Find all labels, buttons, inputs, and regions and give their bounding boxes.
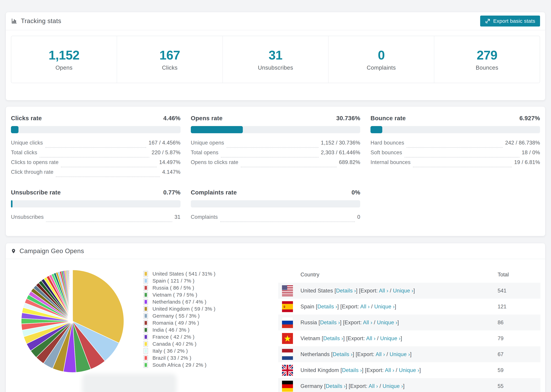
stat-value-unsubscribes: 31 (269, 48, 282, 63)
stat-label-clicks: Clicks (162, 64, 178, 71)
rate-header-bounce-rate: Bounce rate6.927% (370, 115, 540, 122)
rate-header-clicks-rate: Clicks rate4.46% (11, 115, 181, 122)
dotted-leader (220, 222, 355, 222)
details-link-vietnam[interactable]: Details › (323, 335, 343, 341)
stat-label-complaints: Complaints (367, 64, 396, 71)
geo-row-total-spain: 121 (498, 304, 540, 310)
export-all-link-vietnam[interactable]: All › (366, 335, 376, 341)
export-icon (485, 18, 490, 24)
legend-item-united-states: United States ( 541 / 31% ) (144, 270, 215, 277)
geo-row-label-spain: Spain [Details ›] [Export: All › / Uniqu… (300, 304, 498, 310)
bar-chart-icon (11, 18, 17, 24)
country-name-netherlands: Netherlands (300, 351, 331, 357)
rate-value-clicks-rate: 4.46% (163, 115, 181, 122)
stat-label-unsubscribes: Unsubscribes (258, 64, 293, 71)
dotted-leader (45, 147, 146, 148)
stat-label-opens: Opens (56, 64, 72, 71)
rate-row-hard-bounces: Hard bounces242 / 86.738% (370, 140, 540, 149)
export-unique-link-russia[interactable]: Unique › (377, 320, 397, 325)
rate-row-opens-to-clicks-rate: Opens to clicks rate689.82% (191, 159, 360, 169)
rate-rows-complaints-rate: Complaints0 (191, 214, 360, 224)
rate-header-unsubscribe-rate: Unsubscribe rate0.77% (11, 189, 181, 196)
details-link-netherlands[interactable]: Details › (333, 351, 353, 357)
export-all-link-netherlands[interactable]: All › (376, 351, 385, 357)
export-unique-link-united-states[interactable]: Unique › (393, 288, 413, 294)
rate-row-click-through-rate: Click through rate4.147% (11, 169, 181, 179)
geo-table-header-country: Country (300, 272, 498, 278)
rate-progressbar-complaints-rate (191, 200, 360, 207)
export-button-label: Export basic stats (493, 18, 535, 24)
rate-block-bounce-rate: Bounce rate6.927%Hard bounces242 / 86.73… (370, 115, 540, 179)
legend-swatch-canada (144, 341, 148, 347)
geo-table-row-united-kingdom: United Kingdom [Details ›] [Export: All … (278, 362, 540, 378)
rate-row-value-hard-bounces: 242 / 86.738% (505, 140, 540, 146)
stat-value-bounces: 279 (477, 48, 497, 63)
rate-row-unique-clicks: Unique clicks167 / 4.456% (11, 140, 181, 149)
legend-label-south-africa: South Africa ( 29 / 2% ) (152, 362, 206, 368)
stats-summary-row: 1,152Opens167Clicks31Unsubscribes0Compla… (11, 36, 540, 83)
rate-row-clicks-to-opens-rate: Clicks to opens rate14.497% (11, 159, 181, 169)
legend-label-united-states: United States ( 541 / 31% ) (152, 271, 215, 277)
legend-item-brazil: Brazil ( 33 / 2% ) (144, 354, 215, 361)
details-link-united-states[interactable]: Details › (336, 288, 356, 294)
country-name-vietnam: Vietnam (300, 335, 322, 341)
export-all-link-spain[interactable]: All › (360, 304, 370, 309)
export-basic-stats-button[interactable]: Export basic stats (480, 15, 540, 27)
rate-row-value-click-through-rate: 4.147% (162, 169, 181, 175)
rate-row-value-clicks-to-opens-rate: 14.497% (159, 159, 180, 165)
legend-swatch-france (144, 334, 148, 340)
geo-row-total-germany: 55 (498, 383, 540, 389)
rate-progress-fill-clicks-rate (11, 126, 19, 133)
legend-label-spain: Spain ( 121 / 7% ) (152, 278, 195, 284)
rate-progress-fill-unsubscribe-rate (11, 200, 13, 207)
dotted-leader (56, 176, 160, 177)
rate-block-complaints-rate: Complaints rate0%Complaints0 (191, 189, 360, 224)
details-link-russia[interactable]: Details › (320, 320, 340, 325)
campaign-geo-opens-card: Campaign Geo Opens United States ( 541 /… (6, 243, 545, 392)
export-unique-link-spain[interactable]: Unique › (374, 304, 395, 309)
details-link-germany[interactable]: Details › (326, 383, 346, 389)
dotted-leader (40, 157, 149, 158)
geo-table-row-russia: Russia [Details ›] [Export: All › / Uniq… (278, 315, 540, 330)
legend-swatch-russia (144, 285, 148, 291)
geo-row-total-netherlands: 67 (498, 351, 540, 357)
rate-row-value-soft-bounces: 18 / 0% (522, 149, 540, 156)
rate-row-label-unique-clicks: Unique clicks (11, 140, 43, 146)
export-unique-link-united-kingdom[interactable]: Unique › (399, 367, 419, 373)
pie-legend: United States ( 541 / 31% )Spain ( 121 /… (144, 270, 215, 368)
rate-row-label-hard-bounces: Hard bounces (370, 140, 404, 146)
geo-row-label-united-states: United States [Details ›] [Export: All ›… (300, 288, 498, 294)
legend-swatch-spain (144, 278, 148, 284)
rate-row-total-opens: Total opens2,303 / 61.446% (191, 149, 360, 159)
geo-card-title-text: Campaign Geo Opens (20, 247, 84, 255)
rate-row-label-unique-opens: Unique opens (191, 140, 224, 146)
legend-item-romania: Romania ( 49 / 3% ) (144, 319, 215, 326)
tracking-stats-title-text: Tracking stats (21, 17, 61, 25)
export-all-link-germany[interactable]: All › (369, 383, 378, 389)
rate-row-label-internal-bounces: Internal bounces (370, 159, 410, 165)
stat-opens: 1,152Opens (11, 36, 117, 83)
export-unique-link-netherlands[interactable]: Unique › (390, 351, 410, 357)
gb-flag-icon (282, 365, 293, 376)
dotted-leader (61, 167, 157, 167)
geo-row-label-germany: Germany [Details ›] [Export: All › / Uni… (300, 383, 498, 389)
export-all-link-united-states[interactable]: All › (379, 288, 389, 294)
details-link-united-kingdom[interactable]: Details › (342, 367, 362, 373)
geo-row-total-russia: 86 (498, 320, 540, 326)
tracking-stats-card: Tracking stats Export basic stats 1,152O… (6, 12, 545, 100)
geo-row-label-netherlands: Netherlands [Details ›] [Export: All › /… (300, 351, 498, 357)
rate-block-unsubscribe-rate: Unsubscribe rate0.77%Unsubscribes31 (11, 189, 181, 224)
rate-row-label-complaints: Complaints (191, 214, 218, 220)
rate-rows-unsubscribe-rate: Unsubscribes31 (11, 214, 181, 224)
rate-row-unsubscribes: Unsubscribes31 (11, 214, 181, 224)
export-unique-link-vietnam[interactable]: Unique › (380, 335, 401, 341)
export-all-link-united-kingdom[interactable]: All › (385, 367, 394, 373)
export-unique-link-germany[interactable]: Unique › (383, 383, 403, 389)
export-all-link-russia[interactable]: All › (363, 320, 372, 325)
rate-row-label-click-through-rate: Click through rate (11, 169, 53, 175)
rate-row-label-total-opens: Total opens (191, 149, 219, 156)
details-link-spain[interactable]: Details › (318, 304, 337, 309)
legend-label-brazil: Brazil ( 33 / 2% ) (152, 355, 191, 361)
rate-row-complaints: Complaints0 (191, 214, 360, 224)
legend-swatch-brazil (144, 355, 148, 361)
